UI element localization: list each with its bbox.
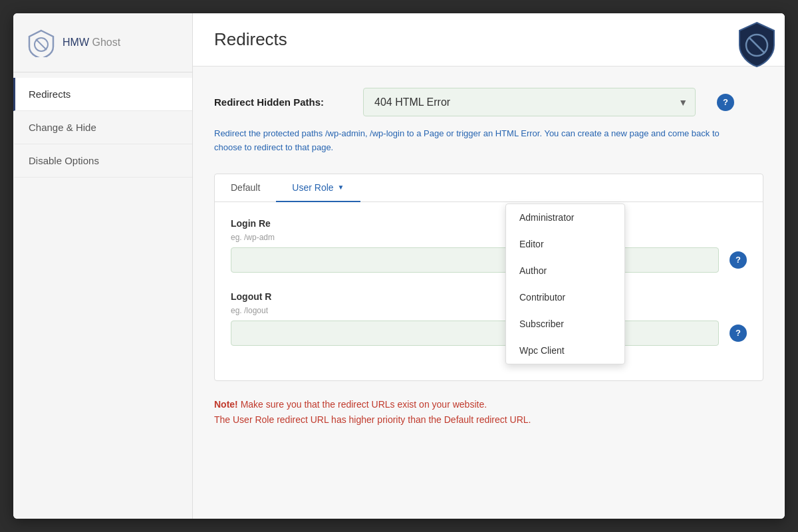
dropdown-item-author[interactable]: Author [506,257,624,284]
tabs-header: Default User Role ▼ [215,174,763,202]
redirect-hidden-paths-help[interactable]: ? [717,94,734,111]
login-redirect-label-text: Login Re [231,218,271,229]
logout-redirect-hint: eg. /logout [231,306,747,315]
content-area: Redirect Hidden Paths: 404 HTML Error Cu… [193,66,785,450]
logo-hmw: HMW [63,37,89,48]
login-redirect-hint: eg. /wp-adm [231,233,747,242]
logout-redirect-label-text: Logout R [231,291,271,302]
shield-badge [735,20,778,68]
redirect-hidden-paths-label: Redirect Hidden Paths: [214,96,347,108]
logout-redirect-input[interactable] [231,321,719,346]
login-redirect-input-row: ? [231,247,747,273]
tab-user-role-label: User Role [292,182,333,193]
sidebar-item-redirects[interactable]: Redirects [13,78,192,111]
svg-line-3 [36,39,47,50]
sidebar-item-disable-options[interactable]: Disable Options [13,144,192,178]
note-line2: The User Role redirect URL has higher pr… [214,414,531,425]
redirect-select-wrapper: 404 HTML Error Custom Page ▼ [363,88,696,116]
page-header: Redirects [193,13,785,66]
dropdown-item-administrator[interactable]: Administrator [506,204,624,231]
tabs-container: Default User Role ▼ Administrator Editor… [214,174,763,381]
sidebar: HMW Ghost Redirects Change & Hide Disabl… [13,13,193,519]
tab-default[interactable]: Default [215,174,276,202]
logo-ghost: Ghost [92,37,120,48]
logo-icon [27,28,56,57]
tabs-body: Login Re eg. /wp-adm ? Logout R eg [215,202,763,380]
redirect-description: Redirect the protected paths /wp-admin, … [214,127,720,155]
note-bold: Note! [214,399,238,410]
logout-redirect-label: Logout R [231,291,747,302]
note-line1: Make sure you that the redirect URLs exi… [238,399,487,410]
login-redirect-input[interactable] [231,247,719,273]
login-redirect-help[interactable]: ? [730,251,747,269]
page-title: Redirects [214,29,763,50]
redirect-hidden-paths-row: Redirect Hidden Paths: 404 HTML Error Cu… [214,88,763,116]
sidebar-item-change-hide[interactable]: Change & Hide [13,111,192,144]
logout-redirect-help[interactable]: ? [730,325,747,342]
login-redirect-label: Login Re [231,218,747,229]
tab-dropdown-arrow-icon: ▼ [338,184,344,191]
main-content: Redirects Redirect Hidden Paths: 404 HTM… [193,13,785,519]
dropdown-item-editor[interactable]: Editor [506,231,624,257]
redirect-hidden-paths-select[interactable]: 404 HTML Error Custom Page [363,88,696,116]
note-section: Note! Make sure you that the redirect UR… [214,397,763,429]
tab-user-role[interactable]: User Role ▼ [276,174,360,202]
sidebar-nav: Redirects Change & Hide Disable Options [13,78,192,178]
user-role-dropdown: Administrator Editor Author Contributor … [505,203,625,364]
logout-redirect-group: Logout R eg. /logout ? [231,291,747,346]
dropdown-item-wpc-client[interactable]: Wpc Client [506,337,624,364]
login-redirect-group: Login Re eg. /wp-adm ? [231,218,747,273]
dropdown-item-contributor[interactable]: Contributor [506,284,624,311]
dropdown-item-subscriber[interactable]: Subscriber [506,311,624,337]
logout-redirect-input-row: ? [231,321,747,346]
sidebar-logo: HMW Ghost [13,13,192,72]
logo-text: HMW Ghost [63,37,120,49]
